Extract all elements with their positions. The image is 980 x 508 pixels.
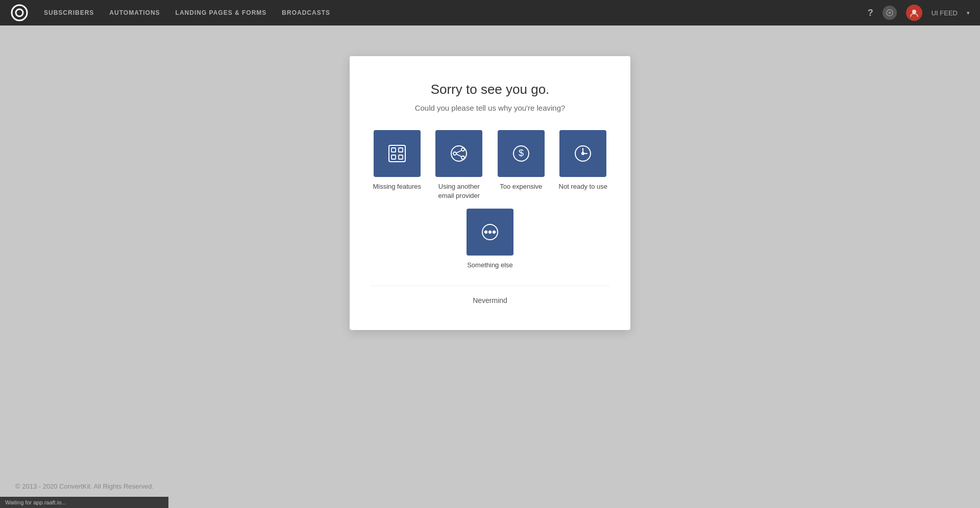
option-not-ready[interactable]: Not ready to use bbox=[556, 130, 610, 200]
options-row-1: Missing features Using another email pro… bbox=[370, 130, 610, 200]
nav-landing-pages[interactable]: LANDING PAGES & FORMS bbox=[176, 9, 267, 16]
something-else-icon-box bbox=[467, 209, 513, 256]
nav-automations[interactable]: AUTOMATIONS bbox=[109, 9, 160, 16]
another-provider-label: Using another email provider bbox=[432, 182, 486, 200]
user-menu-caret[interactable]: ▾ bbox=[967, 10, 970, 16]
svg-point-21 bbox=[582, 153, 584, 155]
not-ready-icon-box bbox=[559, 130, 606, 177]
something-else-label: Something else bbox=[467, 261, 513, 270]
missing-features-label: Missing features bbox=[373, 182, 421, 191]
missing-features-icon-box bbox=[374, 130, 421, 177]
features-icon bbox=[386, 142, 408, 165]
svg-point-25 bbox=[493, 231, 495, 233]
modal-overlay: Sorry to see you go. Could you please te… bbox=[0, 26, 980, 508]
navbar-links: SUBSCRIBERS AUTOMATIONS LANDING PAGES & … bbox=[44, 9, 868, 16]
another-provider-icon-box bbox=[435, 130, 482, 177]
svg-rect-7 bbox=[399, 148, 403, 152]
options-row-2: Something else bbox=[370, 209, 610, 270]
footer: © 2013 - 2020 ConvertKit. All Rights Res… bbox=[15, 482, 154, 490]
username-label[interactable]: UI FEED bbox=[932, 9, 958, 17]
navbar: SUBSCRIBERS AUTOMATIONS LANDING PAGES & … bbox=[0, 0, 980, 26]
svg-rect-8 bbox=[391, 155, 396, 159]
svg-rect-9 bbox=[399, 155, 403, 159]
option-another-provider[interactable]: Using another email provider bbox=[432, 130, 486, 200]
share-icon bbox=[448, 142, 470, 165]
clock-icon bbox=[572, 142, 594, 165]
copyright-text: © 2013 - 2020 ConvertKit. All Rights Res… bbox=[15, 482, 154, 490]
too-expensive-label: Too expensive bbox=[500, 182, 542, 191]
svg-line-15 bbox=[456, 154, 461, 157]
option-too-expensive[interactable]: $ Too expensive bbox=[494, 130, 548, 200]
svg-point-0 bbox=[12, 5, 27, 20]
money-icon: $ bbox=[510, 142, 532, 165]
svg-rect-6 bbox=[391, 148, 396, 152]
more-icon bbox=[479, 221, 501, 243]
svg-point-12 bbox=[453, 152, 456, 155]
avatar[interactable] bbox=[906, 5, 922, 21]
svg-point-23 bbox=[485, 231, 487, 233]
not-ready-label: Not ready to use bbox=[559, 182, 607, 191]
nav-broadcasts[interactable]: BROADCASTS bbox=[282, 9, 330, 16]
navbar-right: ? UI FEED ▾ bbox=[868, 5, 970, 21]
cancel-survey-modal: Sorry to see you go. Could you please te… bbox=[350, 56, 630, 330]
svg-point-3 bbox=[889, 12, 891, 14]
nevermind-row: Nevermind bbox=[370, 286, 610, 310]
status-text: Waiting for app.raaft.io... bbox=[5, 499, 66, 505]
modal-title: Sorry to see you go. bbox=[370, 82, 610, 97]
option-something-else[interactable]: Something else bbox=[462, 209, 518, 270]
svg-point-4 bbox=[912, 10, 916, 14]
notification-button[interactable] bbox=[883, 6, 897, 20]
help-button[interactable]: ? bbox=[868, 8, 873, 18]
svg-point-1 bbox=[16, 9, 23, 16]
app-logo[interactable] bbox=[10, 4, 29, 22]
nevermind-button[interactable]: Nevermind bbox=[462, 291, 518, 310]
svg-point-13 bbox=[461, 156, 464, 159]
nav-subscribers[interactable]: SUBSCRIBERS bbox=[44, 9, 94, 16]
status-bar: Waiting for app.raaft.io... bbox=[0, 497, 168, 508]
svg-line-14 bbox=[456, 150, 461, 153]
too-expensive-icon-box: $ bbox=[498, 130, 545, 177]
svg-text:$: $ bbox=[519, 148, 524, 158]
svg-point-24 bbox=[489, 231, 491, 233]
modal-subtitle: Could you please tell us why you're leav… bbox=[370, 104, 610, 112]
svg-point-11 bbox=[461, 148, 464, 151]
option-missing-features[interactable]: Missing features bbox=[370, 130, 424, 200]
